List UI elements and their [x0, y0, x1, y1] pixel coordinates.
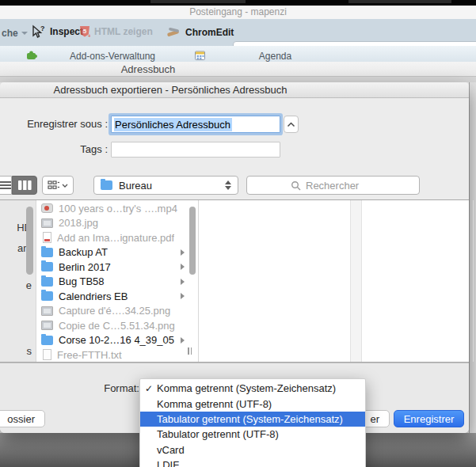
file-name: Calendriers EB — [59, 290, 128, 302]
folder-icon — [41, 336, 53, 345]
chevron-down-icon — [21, 32, 28, 35]
export-dialog-title: Adressbuch exportieren - Persönliches Ad… — [0, 84, 341, 96]
format-menu-item[interactable]: Komma getrennt (UTF-8) — [140, 396, 365, 411]
format-menu-item[interactable]: ✓ Komma getrennt (System-Zeichensatz) — [140, 381, 365, 396]
inspect-button[interactable]: ? Inspect — [30, 25, 83, 39]
chromedit-button[interactable]: ChromEdit — [166, 26, 234, 38]
file-name: Berlin 2017 — [59, 261, 111, 273]
video-icon — [41, 203, 53, 213]
folder-icon — [41, 248, 53, 257]
file-row[interactable]: Berlin 2017 — [36, 260, 192, 275]
group-by-button[interactable] — [42, 176, 74, 195]
addressbook-window-title: Adressbuch — [0, 63, 296, 75]
tags-field[interactable] — [111, 142, 280, 158]
save-as-field[interactable]: Persönliches Adressbuch — [111, 116, 280, 133]
file-row[interactable]: Copie de C…5.51.34.png — [36, 318, 192, 333]
image-icon — [41, 306, 53, 316]
format-label: Format: — [79, 381, 139, 396]
text-icon — [43, 349, 51, 360]
expand-dialog-button[interactable] — [284, 116, 299, 133]
tab-agenda[interactable]: Agenda — [206, 48, 345, 63]
list-view-icon — [0, 180, 11, 190]
search-icon — [291, 180, 301, 191]
inspector-arrow-icon: ? — [30, 25, 47, 39]
format-menu-item-label: vCard — [157, 444, 185, 456]
file-row[interactable]: 100 years o…try's ….mp4 — [36, 201, 192, 216]
format-menu-item-label: LDIF — [157, 459, 179, 467]
tags-label: Tags : — [0, 143, 108, 155]
browser-search-input[interactable] — [304, 179, 375, 192]
main-window-titlebar: Posteingang - mapenzi — [0, 6, 476, 19]
disclosure-arrow-icon — [181, 293, 185, 299]
save-button[interactable]: Enregistrer — [394, 410, 464, 427]
chevron-up-icon — [287, 122, 295, 127]
column-view-button[interactable] — [12, 176, 37, 195]
file-row[interactable]: Bug TB58 — [36, 275, 192, 290]
html5-shield-icon: 5 + — [79, 25, 90, 38]
screen: Posteingang - mapenzi che ? Inspect 5 + … — [0, 0, 476, 467]
check-icon: ✓ — [145, 383, 157, 394]
file-name: 2018.jpg — [59, 217, 98, 229]
column-resize-grip[interactable] — [188, 347, 192, 355]
chromedit-label: ChromEdit — [185, 27, 234, 38]
file-name: Add an Ima…ignature.pdf — [57, 232, 174, 244]
tab-agenda-label: Agenda — [259, 51, 291, 62]
column-view-icon — [18, 180, 32, 190]
sidebar-item-fragment[interactable]: s — [0, 345, 32, 357]
disclosure-arrow-icon — [181, 249, 185, 256]
location-popup-value: Bureau — [119, 180, 152, 192]
file-row[interactable]: Add an Ima…ignature.pdf — [36, 230, 192, 245]
file-row[interactable]: 2018.jpg — [36, 216, 192, 231]
file-name: Free-FTTH.txt — [57, 349, 122, 361]
file-column-1: 100 years o…try's ….mp4 2018.jpg Add an … — [36, 201, 192, 363]
pdf-icon — [43, 232, 51, 243]
sidebar-scrollbar[interactable] — [26, 207, 33, 275]
image-icon — [41, 218, 53, 228]
inspect-label: Inspect — [50, 26, 83, 37]
file-name: Bug TB58 — [59, 275, 105, 287]
file-row[interactable]: Capture d'é….34.25.png — [36, 304, 192, 319]
column-divider-track[interactable] — [350, 200, 362, 362]
file-row[interactable]: Backup AT — [36, 245, 192, 260]
addressbook-window-edge — [0, 77, 476, 82]
svg-text:?: ? — [40, 25, 45, 32]
desktop-strip-segment — [150, 0, 246, 3]
main-window-title: Posteingang - mapenzi — [189, 6, 287, 17]
tab-addons-label: Add-ons-Verwaltung — [70, 51, 155, 62]
list-view-button[interactable] — [0, 176, 12, 195]
file-row[interactable]: Calendriers EB — [36, 289, 192, 304]
save-as-label: Enregistrer sous : — [0, 118, 108, 130]
format-menu-item-label: Komma getrennt (System-Zeichensatz) — [157, 382, 336, 394]
truncated-toolbar-button[interactable]: che — [2, 28, 28, 39]
folder-icon — [101, 180, 112, 190]
column-divider — [473, 200, 474, 362]
truncated-toolbar-label: che — [2, 28, 18, 39]
tab-addons[interactable]: Add-ons-Verwaltung — [38, 48, 173, 63]
format-menu-item[interactable]: Tabulator getrennt (UTF-8) — [140, 427, 365, 442]
folder-icon — [41, 277, 53, 287]
file-row[interactable]: Corse 10-2…16 4_39_05 — [36, 333, 192, 348]
desktop-strip — [0, 0, 476, 6]
format-menu-item[interactable]: LDIF — [140, 458, 365, 467]
group-grid-icon — [48, 180, 59, 190]
format-menu-item-label: Komma getrennt (UTF-8) — [157, 398, 272, 410]
new-folder-button[interactable]: ossier — [0, 410, 45, 427]
sidebar-item-fragment[interactable]: e — [0, 279, 32, 291]
chevron-down-icon — [62, 184, 68, 188]
svg-text:5: 5 — [83, 28, 87, 35]
tools-icon — [166, 26, 181, 38]
location-popup[interactable]: Bureau — [93, 176, 238, 195]
format-menu-item[interactable]: vCard — [140, 442, 365, 458]
html-zeigen-button[interactable]: 5 + HTML zeigen — [79, 25, 153, 38]
column-scrollbar[interactable] — [189, 207, 196, 275]
file-row[interactable]: Free-FTTH.txt — [36, 347, 192, 363]
desktop-strip-segment — [348, 0, 451, 3]
format-menu-item-label: Tabulator getrennt (System-Zeichensatz) — [157, 413, 343, 425]
browser-search-field[interactable] — [246, 176, 420, 195]
tags-input[interactable] — [114, 143, 277, 158]
image-icon — [41, 321, 53, 330]
thunderbird-toolbar: che ? Inspect 5 + HTML zeigen ChromEdit — [0, 19, 476, 46]
format-menu-item[interactable]: Tabulator getrennt (System-Zeichensatz) — [140, 412, 365, 427]
disclosure-arrow-icon — [181, 279, 185, 285]
file-browser: HD ant e s 100 years o…try's ….mp4 2018.… — [0, 199, 469, 363]
